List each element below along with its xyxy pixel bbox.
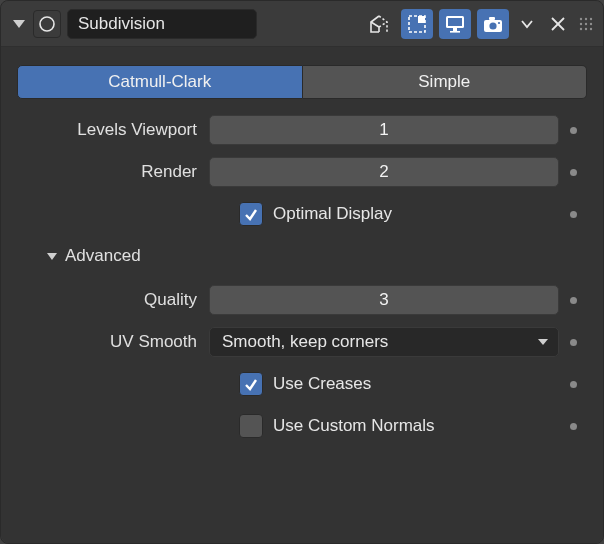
row-uv-smooth: UV Smooth Smooth, keep corners	[17, 325, 587, 359]
disclosure-icon	[47, 253, 57, 260]
modifier-name-text: Subdivision	[78, 14, 165, 34]
svg-point-17	[585, 17, 587, 19]
label-advanced: Advanced	[65, 246, 141, 266]
modifier-header: Subdivision	[1, 1, 603, 47]
row-optimal-display: Optimal Display	[17, 197, 587, 231]
circle-icon	[37, 14, 57, 34]
subdivision-type-tabs: Catmull-Clark Simple	[17, 65, 587, 99]
chevron-down-icon	[538, 339, 548, 345]
animate-dot[interactable]	[559, 339, 587, 346]
label-use-custom-normals: Use Custom Normals	[273, 416, 559, 436]
input-levels-viewport[interactable]: 1	[209, 115, 559, 145]
svg-line-1	[371, 22, 379, 27]
tab-label: Simple	[418, 72, 470, 92]
delete-modifier-button[interactable]	[545, 16, 571, 32]
label-optimal-display: Optimal Display	[273, 204, 559, 224]
show-in-editmode-button[interactable]	[363, 9, 395, 39]
edit-cage-icon	[368, 13, 390, 35]
value-quality: 3	[379, 290, 388, 310]
value-uv-smooth: Smooth, keep corners	[222, 332, 388, 352]
svg-point-23	[585, 27, 587, 29]
tab-simple[interactable]: Simple	[303, 65, 588, 99]
modifier-body: Catmull-Clark Simple Levels Viewport 1 R…	[1, 47, 603, 543]
checkbox-use-creases[interactable]	[239, 372, 263, 396]
animate-dot[interactable]	[559, 127, 587, 134]
svg-rect-5	[418, 16, 425, 23]
svg-rect-9	[450, 31, 460, 33]
svg-point-24	[590, 27, 592, 29]
grip-icon	[579, 17, 593, 31]
cage-icon	[406, 13, 428, 35]
tab-catmull-clark[interactable]: Catmull-Clark	[17, 65, 303, 99]
svg-point-21	[590, 22, 592, 24]
close-icon	[550, 16, 566, 32]
input-render[interactable]: 2	[209, 157, 559, 187]
svg-point-19	[580, 22, 582, 24]
row-quality: Quality 3	[17, 283, 587, 317]
input-quality[interactable]: 3	[209, 285, 559, 315]
checkbox-optimal-display[interactable]	[239, 202, 263, 226]
svg-rect-8	[453, 28, 457, 31]
svg-point-22	[580, 27, 582, 29]
label-quality: Quality	[17, 290, 209, 310]
modifier-menu-button[interactable]	[515, 19, 539, 29]
label-levels-viewport: Levels Viewport	[17, 120, 209, 140]
svg-point-11	[489, 22, 496, 29]
dropdown-uv-smooth[interactable]: Smooth, keep corners	[209, 327, 559, 357]
row-use-creases: Use Creases	[17, 367, 587, 401]
svg-rect-7	[448, 18, 462, 26]
value-levels-viewport: 1	[379, 120, 388, 140]
animate-dot[interactable]	[559, 423, 587, 430]
label-uv-smooth: UV Smooth	[17, 332, 209, 352]
check-icon	[243, 206, 259, 222]
animate-dot[interactable]	[559, 169, 587, 176]
svg-point-20	[585, 22, 587, 24]
value-render: 2	[379, 162, 388, 182]
modifier-panel: Subdivision	[0, 0, 604, 544]
svg-rect-12	[489, 17, 495, 20]
show-render-button[interactable]	[477, 9, 509, 39]
row-levels-viewport: Levels Viewport 1	[17, 113, 587, 147]
label-use-creases: Use Creases	[273, 374, 559, 394]
chevron-down-icon	[520, 19, 534, 29]
row-render: Render 2	[17, 155, 587, 189]
row-use-custom-normals: Use Custom Normals	[17, 409, 587, 443]
animate-dot[interactable]	[559, 381, 587, 388]
show-on-cage-button[interactable]	[401, 9, 433, 39]
camera-icon	[482, 13, 504, 35]
animate-dot[interactable]	[559, 211, 587, 218]
tab-label: Catmull-Clark	[108, 72, 211, 92]
label-render: Render	[17, 162, 209, 182]
monitor-icon	[444, 13, 466, 35]
drag-handle[interactable]	[577, 17, 595, 31]
check-icon	[243, 376, 259, 392]
checkbox-use-custom-normals[interactable]	[239, 414, 263, 438]
svg-point-0	[40, 17, 54, 31]
advanced-header[interactable]: Advanced	[47, 241, 587, 271]
show-viewport-button[interactable]	[439, 9, 471, 39]
animate-dot[interactable]	[559, 297, 587, 304]
modifier-type-icon[interactable]	[33, 10, 61, 38]
svg-point-16	[580, 17, 582, 19]
modifier-name-input[interactable]: Subdivision	[67, 9, 257, 39]
svg-point-18	[590, 17, 592, 19]
svg-line-3	[379, 22, 387, 27]
svg-point-13	[498, 21, 500, 23]
collapse-toggle[interactable]	[13, 20, 25, 28]
